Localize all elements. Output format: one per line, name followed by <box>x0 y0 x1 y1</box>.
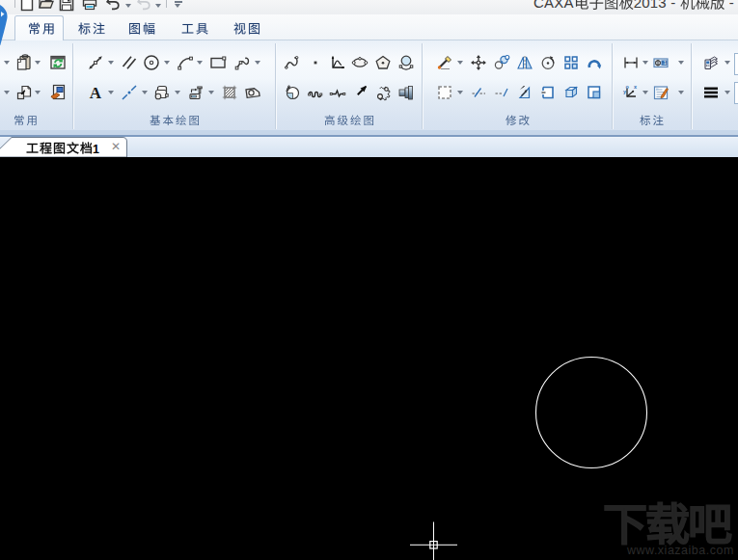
svg-text:x: x <box>634 84 638 90</box>
svg-text:o: o <box>626 84 630 90</box>
svg-text:A: A <box>90 84 102 101</box>
svg-text:.1: .1 <box>662 60 667 66</box>
